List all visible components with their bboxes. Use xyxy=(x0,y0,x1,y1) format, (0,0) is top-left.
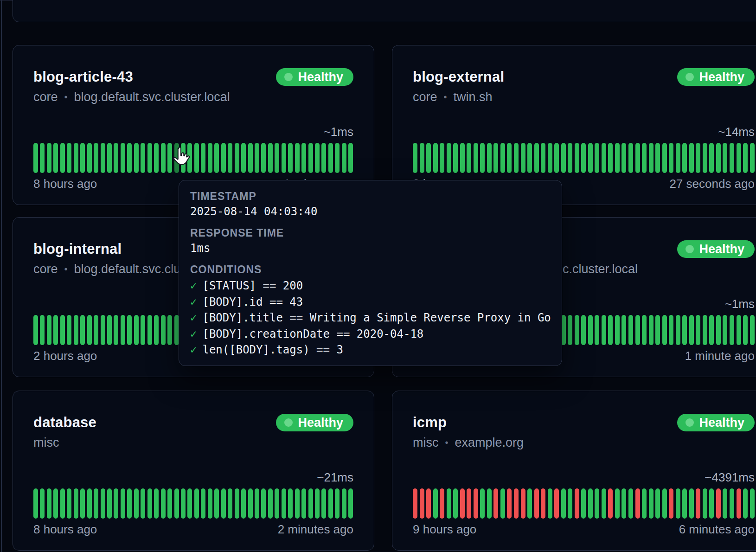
uptime-bar[interactable] xyxy=(554,143,559,173)
uptime-bar[interactable] xyxy=(228,488,232,519)
uptime-bar[interactable] xyxy=(703,143,707,173)
uptime-bar[interactable] xyxy=(568,315,572,345)
uptime-bar[interactable] xyxy=(621,143,626,173)
uptime-bar[interactable] xyxy=(248,488,253,519)
uptime-bar[interactable] xyxy=(47,315,51,345)
uptime-bar[interactable] xyxy=(460,143,465,173)
uptime-bar[interactable] xyxy=(548,488,552,519)
uptime-bar[interactable] xyxy=(689,143,694,173)
uptime-bar[interactable] xyxy=(696,488,700,519)
uptime-bar[interactable] xyxy=(87,143,92,173)
uptime-bar[interactable] xyxy=(534,488,539,519)
uptime-bar[interactable] xyxy=(561,143,566,173)
uptime-bar[interactable] xyxy=(709,488,714,519)
uptime-bar[interactable] xyxy=(301,143,306,173)
uptime-bar[interactable] xyxy=(621,488,626,519)
uptime-bar[interactable] xyxy=(141,488,145,519)
uptime-bar[interactable] xyxy=(67,143,71,173)
uptime-bar[interactable] xyxy=(134,315,139,345)
uptime-bar[interactable] xyxy=(348,143,353,173)
uptime-bar[interactable] xyxy=(74,315,78,345)
uptime-bar[interactable] xyxy=(235,143,239,173)
uptime-bar[interactable] xyxy=(649,488,653,519)
uptime-bar[interactable] xyxy=(33,143,38,173)
uptime-bar[interactable] xyxy=(141,143,145,173)
uptime-bar[interactable] xyxy=(743,315,748,345)
uptime-bar[interactable] xyxy=(194,488,199,519)
uptime-bar[interactable] xyxy=(134,488,139,519)
uptime-bar[interactable] xyxy=(440,143,444,173)
uptime-bar[interactable] xyxy=(655,315,660,345)
uptime-bar[interactable] xyxy=(161,488,166,519)
uptime-bar[interactable] xyxy=(575,488,579,519)
uptime-bar[interactable] xyxy=(676,315,680,345)
uptime-bar[interactable] xyxy=(40,488,45,519)
uptime-bar[interactable] xyxy=(602,488,606,519)
uptime-bar[interactable] xyxy=(47,143,51,173)
uptime-bar[interactable] xyxy=(433,488,438,519)
uptime-bar[interactable] xyxy=(595,143,599,173)
uptime-bar[interactable] xyxy=(161,315,166,345)
uptime-bar[interactable] xyxy=(595,488,599,519)
uptime-bar[interactable] xyxy=(737,315,741,345)
uptime-bar[interactable] xyxy=(737,488,741,519)
uptime-bar[interactable] xyxy=(608,488,613,519)
uptime-bar[interactable] xyxy=(321,143,326,173)
uptime-bar[interactable] xyxy=(101,315,105,345)
uptime-bar[interactable] xyxy=(74,488,78,519)
uptime-bar[interactable] xyxy=(602,143,606,173)
uptime-bar[interactable] xyxy=(750,143,755,173)
uptime-bar[interactable] xyxy=(255,143,259,173)
uptime-bar[interactable] xyxy=(696,315,700,345)
uptime-bar[interactable] xyxy=(275,143,279,173)
uptime-bar[interactable] xyxy=(413,488,417,519)
uptime-bar[interactable] xyxy=(121,315,125,345)
uptime-bar[interactable] xyxy=(74,143,78,173)
uptime-bar[interactable] xyxy=(40,315,45,345)
uptime-bar[interactable] xyxy=(275,488,279,519)
uptime-bar[interactable] xyxy=(315,143,320,173)
uptime-bar[interactable] xyxy=(147,488,152,519)
uptime-bar[interactable] xyxy=(581,143,586,173)
uptime-bar[interactable] xyxy=(141,315,145,345)
uptime-bar[interactable] xyxy=(221,488,226,519)
uptime-bar[interactable] xyxy=(649,315,653,345)
uptime-bar[interactable] xyxy=(480,488,485,519)
uptime-bar[interactable] xyxy=(426,143,431,173)
uptime-bar[interactable] xyxy=(689,315,694,345)
uptime-bar[interactable] xyxy=(40,143,45,173)
uptime-bar[interactable] xyxy=(696,143,700,173)
uptime-bar[interactable] xyxy=(413,143,417,173)
uptime-bar[interactable] xyxy=(315,488,320,519)
uptime-bar[interactable] xyxy=(467,143,471,173)
uptime-bar[interactable] xyxy=(682,315,687,345)
uptime-bar[interactable] xyxy=(743,143,748,173)
uptime-bar[interactable] xyxy=(201,143,205,173)
uptime-bar[interactable] xyxy=(588,315,593,345)
uptime-bar[interactable] xyxy=(635,143,640,173)
uptime-bar[interactable] xyxy=(554,488,559,519)
uptime-bar[interactable] xyxy=(342,143,346,173)
service-card-cutoff[interactable] xyxy=(13,0,756,22)
uptime-bar[interactable] xyxy=(261,488,266,519)
uptime-bar[interactable] xyxy=(662,488,667,519)
uptime-bar[interactable] xyxy=(487,143,492,173)
uptime-bar[interactable] xyxy=(730,143,734,173)
uptime-bar[interactable] xyxy=(474,143,478,173)
uptime-bar[interactable] xyxy=(308,143,313,173)
uptime-bar[interactable] xyxy=(147,143,152,173)
uptime-bar[interactable] xyxy=(241,143,246,173)
uptime-bar[interactable] xyxy=(507,488,512,519)
uptime-bar[interactable] xyxy=(335,143,340,173)
uptime-bar[interactable] xyxy=(608,315,613,345)
uptime-bar[interactable] xyxy=(541,143,545,173)
uptime-bar[interactable] xyxy=(716,315,721,345)
uptime-bar[interactable] xyxy=(67,488,71,519)
uptime-bar[interactable] xyxy=(723,143,727,173)
uptime-bar[interactable] xyxy=(682,488,687,519)
uptime-bar[interactable] xyxy=(635,315,640,345)
uptime-bar[interactable] xyxy=(161,143,166,173)
uptime-bar[interactable] xyxy=(453,143,458,173)
uptime-bar[interactable] xyxy=(642,488,647,519)
uptime-bar[interactable] xyxy=(493,143,498,173)
